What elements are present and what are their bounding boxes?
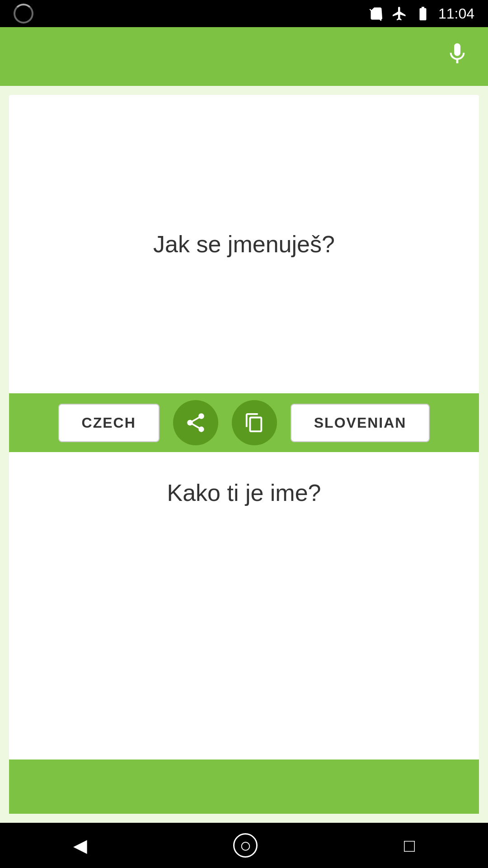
back-button[interactable]: ◀ <box>73 835 87 856</box>
status-bar-right: 11:04 <box>369 5 474 22</box>
controls-bar: CZECH SLOVENIAN <box>9 393 479 452</box>
copy-button[interactable] <box>232 400 277 445</box>
copy-icon <box>244 412 265 433</box>
airplane-icon <box>391 5 408 22</box>
source-translation-text: Jak se jmenuješ? <box>153 231 335 258</box>
target-translation-text: Kako ti je ime? <box>167 479 321 506</box>
sim-off-icon <box>369 5 385 22</box>
battery-icon <box>414 5 432 22</box>
toolbar <box>0 27 488 86</box>
spinner-icon <box>14 4 33 24</box>
bottom-action-bar <box>9 760 479 814</box>
share-button[interactable] <box>173 400 218 445</box>
home-button[interactable]: ○ <box>233 833 258 858</box>
status-bar: 11:04 <box>0 0 488 27</box>
status-bar-left <box>14 4 33 24</box>
mic-button[interactable] <box>445 41 470 72</box>
target-translation-card: Kako ti je ime? <box>9 452 479 760</box>
source-language-button[interactable]: CZECH <box>58 404 160 442</box>
main-content: Jak se jmenuješ? CZECH SLOVENIAN Kako ti… <box>0 86 488 823</box>
share-icon <box>184 411 207 434</box>
recents-button[interactable]: □ <box>404 835 415 856</box>
nav-bar: ◀ ○ □ <box>0 823 488 868</box>
status-time: 11:04 <box>438 5 474 22</box>
target-language-button[interactable]: SLOVENIAN <box>291 404 430 442</box>
source-translation-card: Jak se jmenuješ? <box>9 95 479 393</box>
